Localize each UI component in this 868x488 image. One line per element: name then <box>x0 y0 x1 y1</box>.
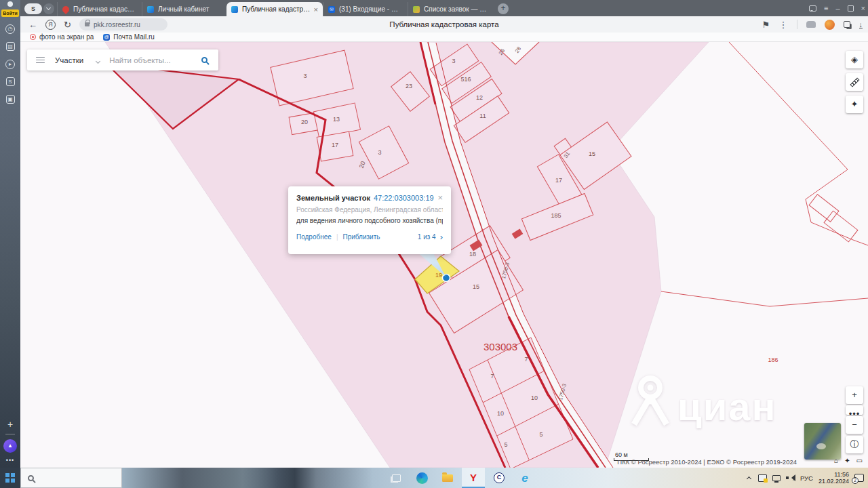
map-label: 17 <box>332 142 338 148</box>
fullscreen-icon[interactable]: ▭ <box>856 457 863 464</box>
popup-close-icon[interactable]: × <box>437 195 443 201</box>
tab-requests-list[interactable]: Список заявок — ТехноК <box>408 2 492 16</box>
zoom-in-button[interactable]: + <box>846 386 863 404</box>
overview-minimap[interactable] <box>804 423 841 460</box>
favicon-pkk <box>231 6 238 13</box>
map-label: 10 <box>531 394 538 401</box>
zoom-out-button[interactable]: − <box>846 416 863 434</box>
map-canvas[interactable]: 3233516121120131732026283115171851819153… <box>20 42 868 468</box>
window-controls: ≡ – × <box>809 0 865 16</box>
taskbar-search-box[interactable] <box>20 468 122 488</box>
zoom-to-link[interactable]: Приблизить <box>342 233 380 241</box>
category-chevron-icon[interactable] <box>93 57 100 64</box>
close-window-icon[interactable]: × <box>861 4 865 12</box>
scale-label: 60 м <box>615 451 649 458</box>
locate-button[interactable]: ✦ <box>846 96 863 113</box>
search-category-select[interactable]: Участки <box>55 56 83 64</box>
collections-icon[interactable]: ▤ <box>0 40 20 51</box>
tab-pkk-1[interactable]: Публичная кадастровая к <box>57 2 142 16</box>
bookmark-flag-icon[interactable]: ⚑ <box>762 20 770 30</box>
start-button[interactable] <box>0 468 20 488</box>
browser-menu-icon[interactable]: ≡ <box>824 4 828 12</box>
edge-app-icon[interactable] <box>410 468 433 488</box>
windows-logo-icon <box>5 473 15 483</box>
details-link[interactable]: Подробнее <box>296 233 332 241</box>
back-icon[interactable]: ← <box>28 20 37 30</box>
map-label: 19 <box>435 272 442 279</box>
tray-app-icon[interactable] <box>758 474 767 482</box>
map-area[interactable]: 3233516121120131732026283115171851819153… <box>20 42 868 468</box>
feedback-icon[interactable] <box>809 5 816 12</box>
downloads-icon[interactable]: ↓ <box>859 21 863 28</box>
history-icon[interactable]: ◷ <box>0 22 20 34</box>
toolbar-divider <box>797 20 797 29</box>
map-footer-icons: ⌂ ✦ ▭ <box>834 457 863 464</box>
yandex-browser-icon[interactable]: Y <box>462 468 485 488</box>
minimize-icon[interactable]: – <box>835 4 840 12</box>
taskbar-clock[interactable]: 11:56 21.02.2024 <box>818 471 849 485</box>
map-label: 10 <box>497 410 504 417</box>
rail-divider <box>5 434 15 434</box>
network-icon[interactable] <box>772 475 781 481</box>
tab-mail-inbox[interactable]: ✉ (31) Входящие - Почта Ма <box>323 2 408 16</box>
tab-group-chevron-icon[interactable] <box>43 3 54 14</box>
map-label: 15 <box>473 283 479 290</box>
yandex-home-icon[interactable]: Я <box>45 20 56 30</box>
search-icon[interactable] <box>201 57 208 63</box>
map-label: 3 <box>378 149 381 156</box>
favicon-map-pin <box>61 4 71 14</box>
add-panel-icon[interactable]: + <box>0 419 20 430</box>
menu-icon[interactable] <box>36 55 45 65</box>
lock-icon <box>85 22 90 26</box>
map-label: 3 <box>303 73 307 79</box>
restore-icon[interactable] <box>848 5 854 12</box>
tab-pkk-active[interactable]: Публичная кадастрова × <box>226 2 323 16</box>
cadastral-number-link[interactable]: 47:22:0303003:19 <box>374 194 434 202</box>
notification-center-icon[interactable]: 2 <box>854 474 864 482</box>
alice-assistant-icon[interactable]: ▲ <box>3 439 17 453</box>
pager-next-icon[interactable]: › <box>440 234 443 240</box>
search-input[interactable]: Найти объекты... <box>109 56 201 64</box>
bookmark-item-photo[interactable]: фото на экран ра <box>30 33 94 41</box>
home-icon[interactable]: ⌂ <box>834 457 838 464</box>
map-label: 23 <box>406 83 412 89</box>
profile-icon[interactable] <box>7 1 13 7</box>
internet-explorer-icon[interactable]: e <box>513 468 536 488</box>
rail-more-icon[interactable]: ••• <box>0 457 20 464</box>
tab-close-icon[interactable]: × <box>314 5 318 14</box>
tray-expand-icon[interactable] <box>746 475 753 481</box>
map-label: 5 <box>504 441 507 448</box>
browser-side-rail: Войти ◷ ▤ ▸ S ▣ + ▲ ••• <box>0 0 20 468</box>
measure-ruler-button[interactable] <box>846 73 863 91</box>
screenshot-icon[interactable]: ▣ <box>0 93 20 104</box>
volume-icon[interactable]: ) <box>786 474 795 481</box>
profile-avatar[interactable] <box>825 20 835 30</box>
language-indicator[interactable]: РУС <box>800 474 813 482</box>
bookmark-item-mail[interactable]: @ Почта Mail.ru <box>103 33 155 41</box>
task-view-button[interactable] <box>384 468 408 488</box>
address-bar[interactable]: pkk.rosreestr.ru <box>79 18 167 30</box>
info-compass-button[interactable]: ⓘ <box>846 436 863 453</box>
more-vertical-icon[interactable]: ⋮ <box>779 20 788 30</box>
footer-divider: | <box>336 233 338 241</box>
toolbar-right: ⚑ ⋮ ↓ <box>762 20 863 30</box>
tab-group-pill[interactable]: S <box>24 3 42 14</box>
zoom-levels-button[interactable]: ••• <box>846 405 863 415</box>
services-s-icon[interactable]: S <box>0 75 20 86</box>
map-label: 20 <box>301 119 308 125</box>
c-app-icon[interactable]: C <box>488 468 511 488</box>
wallpaper-strip <box>156 468 373 488</box>
login-button[interactable]: Войти <box>1 9 19 17</box>
tabs-panel-icon[interactable] <box>844 21 850 28</box>
parcel-usage: для ведения личного подсобного хозяйства… <box>296 217 443 224</box>
reload-icon[interactable]: ↻ <box>64 20 71 30</box>
map-label: 186 <box>768 357 778 363</box>
star-icon[interactable]: ✦ <box>844 457 850 464</box>
layers-button[interactable]: ◈ <box>846 51 863 68</box>
file-explorer-icon[interactable] <box>436 468 459 488</box>
new-tab-button[interactable]: + <box>498 3 509 14</box>
map-label: 3 <box>452 58 455 64</box>
tab-personal-cabinet[interactable]: Личный кабинет <box>142 2 226 16</box>
video-play-icon[interactable]: ▸ <box>0 58 20 69</box>
extension-icon[interactable] <box>806 21 816 28</box>
